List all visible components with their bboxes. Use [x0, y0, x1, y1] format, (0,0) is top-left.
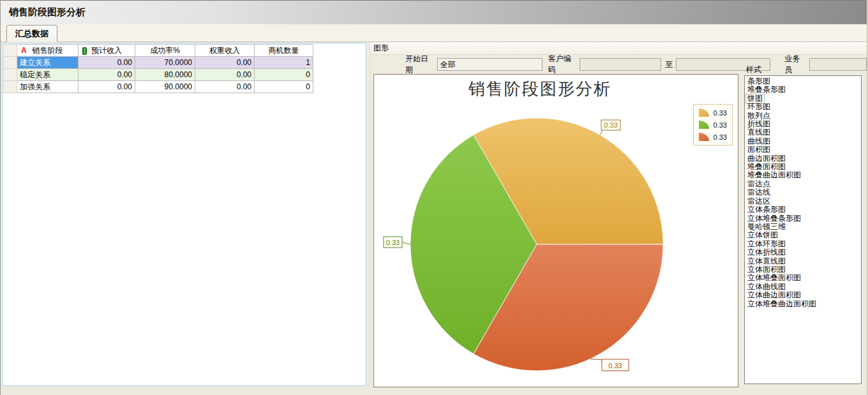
- column-label: 成功率%: [150, 46, 180, 55]
- tab-summary-data[interactable]: 汇总数据: [6, 25, 57, 42]
- weighted-income-cell[interactable]: 0.00: [195, 57, 255, 69]
- expected-income-cell[interactable]: 0.00: [79, 69, 135, 81]
- success-rate-cell[interactable]: 70.0000: [135, 57, 195, 69]
- start-date-label: 开始日期: [405, 54, 434, 75]
- row-indicator-cell[interactable]: [4, 69, 17, 81]
- style-option[interactable]: 直线图: [746, 128, 772, 137]
- app-window: 销售阶段图形分析 汇总数据 A 销售阶段: [0, 0, 868, 395]
- legend-swatch-icon: [699, 133, 709, 141]
- bottom-strip: [1, 387, 867, 395]
- legend-value: 0.33: [714, 109, 727, 117]
- style-option[interactable]: 雷达区: [746, 197, 772, 205]
- column-header-success-rate[interactable]: 成功率%: [135, 45, 195, 57]
- column-header-opportunity-count[interactable]: 商机数量: [255, 45, 313, 57]
- column-label: 商机数量: [269, 46, 299, 55]
- expected-income-cell[interactable]: 0.00: [79, 57, 135, 69]
- weighted-income-cell[interactable]: 0.00: [195, 69, 255, 81]
- style-option[interactable]: 立体折线图: [746, 248, 787, 257]
- style-option[interactable]: 立体曲线图: [746, 283, 787, 291]
- style-option[interactable]: 立体直线图: [746, 257, 787, 265]
- table-row[interactable]: 加强关系 0.00 90.0000 0.00 0: [4, 81, 313, 93]
- sort-a-icon: A: [21, 46, 27, 55]
- pie-chart[interactable]: 0.330.330.33: [374, 75, 738, 387]
- customer-code-input[interactable]: [580, 58, 661, 71]
- start-date-input[interactable]: [437, 58, 542, 71]
- success-rate-cell[interactable]: 90.0000: [135, 81, 195, 93]
- row-indicator-cell[interactable]: [4, 81, 17, 93]
- column-label: 预计收入: [91, 46, 122, 55]
- table-row[interactable]: 稳定关系 0.00 80.0000 0.00 0: [4, 69, 313, 81]
- legend-swatch-icon: [699, 108, 709, 117]
- legend-item: 0.33: [699, 133, 727, 141]
- customer-code-label: 客户编码: [548, 54, 577, 75]
- row-indicator-cell[interactable]: [4, 57, 17, 69]
- style-option[interactable]: 面积图: [746, 145, 772, 154]
- style-option[interactable]: 折线图: [746, 120, 772, 128]
- pie-value-label: 0.33: [386, 239, 400, 246]
- style-option[interactable]: 雷达线: [746, 188, 772, 197]
- legend-item: 0.33: [699, 121, 727, 129]
- legend-value: 0.33: [714, 121, 727, 129]
- stage-cell[interactable]: 稳定关系: [17, 69, 79, 81]
- opportunity-count-cell[interactable]: 0: [255, 81, 313, 93]
- style-option[interactable]: 环形图: [746, 103, 772, 111]
- style-option[interactable]: 立体面积图: [746, 265, 787, 274]
- opportunity-count-cell[interactable]: 1: [255, 57, 313, 69]
- stage-cell[interactable]: 建立关系: [17, 57, 79, 69]
- chart-area: 销售阶段图形分析 0.330.330.33 0.33 0.33 0.33: [373, 74, 738, 387]
- style-option[interactable]: 立体曲边面积图: [746, 291, 802, 299]
- graph-group-label: 图形: [370, 42, 867, 55]
- page-title: 销售阶段图形分析: [9, 6, 86, 19]
- tab-label: 汇总数据: [15, 28, 49, 40]
- sales-stage-table: A 销售阶段 预计收入 成功率% 权重收入: [3, 44, 313, 93]
- green-bar-icon: [82, 47, 87, 55]
- content-area: A 销售阶段 预计收入 成功率% 权重收入: [1, 42, 867, 387]
- style-option[interactable]: 堆叠条形图: [746, 86, 787, 94]
- column-label: 销售阶段: [33, 46, 63, 55]
- style-option[interactable]: 饼图: [746, 94, 764, 103]
- window-title-bar: 销售阶段图形分析: [1, 0, 867, 24]
- pie-value-label: 0.33: [604, 121, 617, 129]
- graph-panel: 图形 开始日期 客户编码 至 业务员 销售阶段图形分析 0.330.330.33…: [370, 42, 867, 387]
- legend-swatch-icon: [699, 121, 709, 129]
- column-header-expected-income[interactable]: 预计收入: [79, 45, 135, 57]
- table-row[interactable]: 建立关系 0.00 70.0000 0.00 1: [4, 57, 313, 69]
- style-option[interactable]: 曼哈顿三维: [746, 223, 787, 231]
- opportunity-count-cell[interactable]: 0: [255, 69, 313, 81]
- legend-value: 0.33: [714, 133, 727, 141]
- style-option[interactable]: 堆叠曲边面积图: [746, 171, 802, 179]
- style-option[interactable]: 立体堆叠条形图: [746, 214, 802, 223]
- column-header-weighted-income[interactable]: 权重收入: [195, 45, 255, 57]
- style-option[interactable]: 立体堆叠曲边面积图: [746, 300, 818, 308]
- chart-legend: 0.33 0.33 0.33: [693, 104, 733, 145]
- column-header-stage[interactable]: A 销售阶段: [17, 45, 79, 57]
- row-indicator-header: [4, 45, 17, 57]
- stage-cell[interactable]: 加强关系: [17, 81, 79, 93]
- style-option[interactable]: 曲线图: [746, 137, 772, 145]
- style-option[interactable]: 条形图: [746, 77, 772, 86]
- style-option[interactable]: 曲边面积图: [746, 154, 787, 163]
- weighted-income-cell[interactable]: 0.00: [195, 81, 255, 93]
- to-label: 至: [665, 59, 673, 70]
- expected-income-cell[interactable]: 0.00: [79, 81, 135, 93]
- legend-item: 0.33: [699, 108, 727, 117]
- tab-strip: 汇总数据: [1, 24, 867, 42]
- success-rate-cell[interactable]: 80.0000: [135, 69, 195, 81]
- style-option[interactable]: 立体饼图: [746, 231, 779, 239]
- style-panel: 样式 条形图堆叠条形图饼图环形图散列点折线图直线图曲线图面积图曲边面积图堆叠面积…: [744, 64, 865, 384]
- style-option[interactable]: 立体条形图: [746, 205, 787, 214]
- style-option[interactable]: 堆叠面积图: [746, 163, 787, 171]
- style-option[interactable]: 散列点: [746, 112, 772, 120]
- style-group-label: 样式: [744, 64, 865, 74]
- summary-table-panel: A 销售阶段 预计收入 成功率% 权重收入: [2, 43, 366, 386]
- column-label: 权重收入: [209, 46, 240, 55]
- table-header-row: A 销售阶段 预计收入 成功率% 权重收入: [4, 45, 313, 57]
- pie-value-label: 0.33: [608, 362, 622, 369]
- style-option[interactable]: 立体堆叠面积图: [746, 274, 802, 282]
- style-option[interactable]: 雷达点: [746, 180, 772, 188]
- chart-style-listbox[interactable]: 条形图堆叠条形图饼图环形图散列点折线图直线图曲线图面积图曲边面积图堆叠面积图堆叠…: [744, 75, 862, 384]
- style-option[interactable]: 立体环形图: [746, 240, 787, 248]
